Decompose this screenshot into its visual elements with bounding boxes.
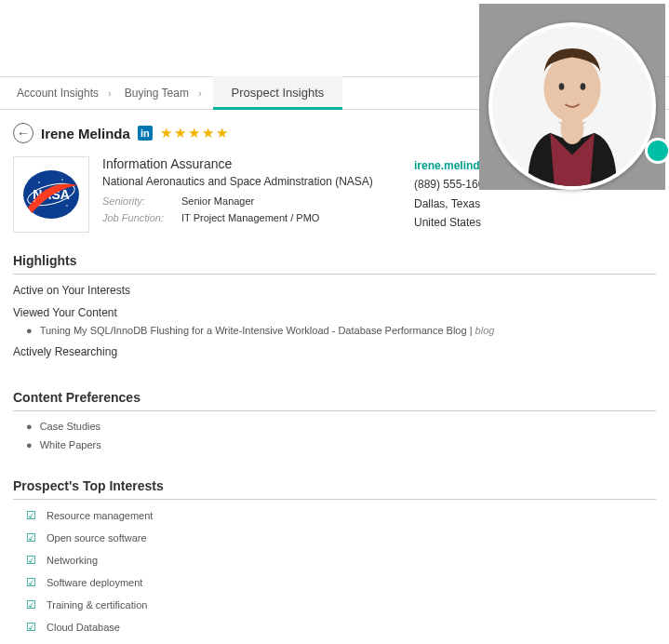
bullet-icon: ● [26,325,33,336]
section-highlights-title: Highlights [13,253,656,275]
highlight-viewed: Viewed Your Content [13,306,656,319]
company-logo: NASA [13,156,89,233]
highlight-active: Active on Your Interests [13,284,656,297]
star-icon: ★ [216,125,228,141]
location-country: United States [414,213,647,232]
highlight-researching: Actively Researching [13,345,656,358]
svg-point-8 [38,181,40,183]
svg-point-10 [66,205,68,207]
back-button[interactable]: ← [13,123,33,143]
seniority-label: Seniority: [102,195,181,207]
star-icon: ★ [188,125,200,141]
bullet-icon: ● [26,439,33,450]
prospect-name: Irene Melinda [41,126,130,141]
svg-point-1 [543,55,600,123]
content-pref-item: ● Case Studies [13,421,656,432]
check-icon: ☑ [26,554,39,567]
tab-buying-team[interactable]: Buying Team [117,87,196,100]
section-content-prefs-title: Content Preferences [13,390,656,411]
viewed-content-item: ● Tuning My SQL/InnoDB Flushing for a Wr… [13,325,656,336]
svg-point-4 [561,113,584,144]
svg-point-3 [581,83,586,90]
avatar-container [479,4,665,190]
tab-account-insights[interactable]: Account Insights [9,87,106,100]
svg-point-2 [559,83,565,90]
svg-point-9 [61,179,63,181]
company-name: National Aeronautics and Space Adminstra… [102,175,401,188]
chevron-right-icon: › [106,87,117,99]
check-icon: ☑ [26,598,39,611]
job-function-label: Job Function: [102,212,181,223]
star-icon: ★ [174,125,186,141]
status-indicator [645,138,669,164]
interest-item: ☑Cloud Database [13,621,656,634]
interest-item: ☑Training & certification [13,598,656,611]
job-function-value: IT Project Management / PMO [181,212,319,223]
content-pref-item: ● White Papers [13,439,656,450]
check-icon: ☑ [26,531,39,544]
interest-item: ☑Software deployment [13,576,656,589]
check-icon: ☑ [26,621,39,634]
star-icon: ★ [202,125,214,141]
avatar [488,22,656,190]
seniority-value: Senior Manager [181,195,254,207]
bullet-icon: ● [26,421,33,432]
star-rating: ★ ★ ★ ★ ★ [160,125,228,141]
check-icon: ☑ [26,576,39,589]
interest-item: ☑Resource management [13,509,656,522]
linkedin-icon[interactable]: in [138,126,153,141]
chevron-right-icon: › [196,87,207,99]
job-title: Information Assurance [102,156,401,171]
svg-point-11 [33,200,35,202]
check-icon: ☑ [26,509,39,522]
tab-prospect-insights[interactable]: Prospect Insights [213,76,343,110]
star-icon: ★ [160,125,172,141]
section-interests-title: Prospect's Top Interests [13,478,656,500]
interest-item: ☑Networking [13,554,656,567]
interest-item: ☑Open source software [13,531,656,544]
location-city: Dallas, Texas [414,195,647,213]
